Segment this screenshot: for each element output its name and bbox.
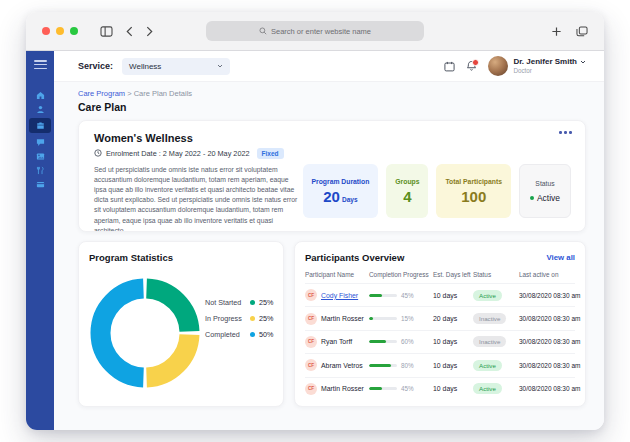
stat-value: 20Days bbox=[323, 188, 357, 205]
stat-tile-groups: Groups 4 bbox=[386, 164, 428, 218]
legend-label: Not Started bbox=[205, 298, 248, 307]
participant-avatar: CF bbox=[305, 359, 317, 371]
stat-value: 100 bbox=[461, 188, 486, 205]
table-body: CF Cody Fisher 45% 10 days Active 30/08/… bbox=[305, 283, 575, 400]
user-menu[interactable]: Dr. Jenifer Smith Doctor bbox=[488, 56, 586, 76]
table-row[interactable]: CF Abram Vetros 80% 10 days Active 30/08… bbox=[305, 353, 575, 376]
browser-window: Search or enter website name Service: We… bbox=[26, 12, 604, 430]
close-window-button[interactable] bbox=[42, 27, 50, 35]
status-badge: Active bbox=[473, 290, 502, 301]
user-role: Doctor bbox=[513, 67, 586, 75]
notifications-bell-icon[interactable] bbox=[466, 60, 477, 72]
breadcrumb-current: Care Plan Details bbox=[134, 89, 192, 98]
main-area: Service: Wellness bbox=[54, 51, 604, 430]
legend-dot bbox=[250, 332, 255, 337]
program-title: Women's Wellness bbox=[94, 132, 303, 144]
service-label: Service: bbox=[78, 61, 113, 71]
participant-avatar: CF bbox=[305, 383, 317, 395]
more-options-icon[interactable] bbox=[559, 131, 572, 134]
traffic-lights bbox=[42, 27, 84, 35]
legend-label: Completed bbox=[205, 330, 248, 339]
new-tab-button[interactable] bbox=[551, 26, 562, 37]
participants-overview-card: Participants Overview View all Participa… bbox=[294, 241, 586, 407]
donut-segment-in-progress bbox=[147, 335, 190, 378]
table-row[interactable]: CF Ryan Torff 60% 10 days Inactive 30/08… bbox=[305, 330, 575, 353]
chevron-down-icon bbox=[217, 64, 223, 68]
last-active: 30/08/2020 08:30 am bbox=[519, 315, 580, 322]
progress-percent: 15% bbox=[401, 315, 414, 322]
stat-label: Groups bbox=[395, 178, 419, 185]
sidebar-item-home[interactable] bbox=[29, 90, 51, 101]
donut-legend: Not Started 25% In Progress 25% Complete… bbox=[205, 298, 273, 339]
participant-name: Martin Rosser bbox=[321, 315, 364, 322]
sidebar-item-gallery[interactable] bbox=[29, 151, 51, 162]
program-description: Sed ut perspiciatis unde omnis iste natu… bbox=[94, 165, 303, 232]
legend-value: 25% bbox=[259, 298, 273, 307]
user-icon bbox=[36, 105, 45, 114]
forward-button[interactable] bbox=[146, 26, 153, 37]
last-active: 30/08/2020 08:30 am bbox=[519, 362, 580, 369]
table-header-row: Participant Name Completion Progress Est… bbox=[305, 268, 575, 283]
minimize-window-button[interactable] bbox=[56, 27, 64, 35]
breadcrumb-care-program[interactable]: Care Program bbox=[78, 89, 125, 98]
sidebar-item-user[interactable] bbox=[29, 104, 51, 115]
progress-bar bbox=[369, 387, 397, 390]
sidebar-item-briefcase[interactable] bbox=[29, 118, 51, 133]
legend-item: Completed 50% bbox=[205, 330, 273, 339]
progress-percent: 80% bbox=[401, 362, 414, 369]
back-button[interactable] bbox=[126, 26, 133, 37]
program-stat-tiles: Program Duration 20Days Groups 4 Total P… bbox=[303, 132, 571, 221]
stat-tile-total-participants: Total Participants 100 bbox=[436, 164, 511, 218]
chevron-down-icon bbox=[580, 60, 586, 64]
legend-item: Not Started 25% bbox=[205, 298, 273, 307]
participant-name[interactable]: Cody Fisher bbox=[321, 292, 358, 299]
participants-table: Participant Name Completion Progress Est… bbox=[305, 268, 575, 400]
program-statistics-title: Program Statistics bbox=[89, 252, 275, 263]
stat-label: Program Duration bbox=[312, 178, 370, 185]
col-status: Status bbox=[473, 271, 519, 278]
table-row[interactable]: CF Martin Rosser 15% 20 days Inactive 30… bbox=[305, 306, 575, 329]
col-est-days-left: Est. Days left bbox=[433, 271, 473, 278]
legend-dot bbox=[250, 300, 255, 305]
progress-bar bbox=[369, 317, 397, 320]
legend-value: 25% bbox=[259, 314, 273, 323]
sidebar-item-chat[interactable] bbox=[29, 137, 51, 148]
progress-percent: 45% bbox=[401, 385, 414, 392]
sidebar-item-restaurant[interactable] bbox=[29, 165, 51, 176]
status-badge: Inactive bbox=[473, 313, 506, 324]
maximize-window-button[interactable] bbox=[70, 27, 78, 35]
user-name: Dr. Jenifer Smith bbox=[513, 57, 577, 67]
stat-tile-program-duration: Program Duration 20Days bbox=[303, 164, 379, 218]
status-badge: Active bbox=[473, 360, 502, 371]
browser-sidebar-toggle-icon[interactable] bbox=[100, 26, 113, 37]
address-bar-placeholder: Search or enter website name bbox=[271, 27, 371, 36]
days-left: 10 days bbox=[433, 362, 473, 369]
table-row[interactable]: CF Cody Fisher 45% 10 days Active 30/08/… bbox=[305, 283, 575, 306]
clock-icon bbox=[94, 149, 102, 157]
enrolment-date: Enrolment Date : 2 May 2022 - 20 May 202… bbox=[106, 149, 250, 158]
service-dropdown-value: Wellness bbox=[129, 62, 161, 71]
tab-overview-icon[interactable] bbox=[576, 26, 588, 37]
gallery-icon bbox=[36, 152, 45, 161]
table-row[interactable]: CF Martin Rosser 45% 10 days Active 30/0… bbox=[305, 377, 575, 400]
progress-bar bbox=[369, 364, 397, 367]
view-all-link[interactable]: View all bbox=[547, 253, 575, 262]
days-left: 20 days bbox=[433, 315, 473, 322]
participants-overview-title: Participants Overview bbox=[305, 252, 404, 263]
col-last-active-on: Last active on bbox=[519, 271, 575, 278]
days-left: 10 days bbox=[433, 385, 473, 392]
app-sidebar bbox=[26, 51, 54, 430]
app-topbar: Service: Wellness bbox=[54, 51, 604, 82]
donut-segment-completed bbox=[100, 289, 143, 378]
credit-card-icon bbox=[36, 180, 45, 189]
stat-label: Total Participants bbox=[445, 178, 502, 185]
days-left: 10 days bbox=[433, 292, 473, 299]
calendar-icon[interactable] bbox=[444, 61, 455, 72]
status-badge: Active bbox=[473, 383, 502, 394]
menu-hamburger-icon[interactable] bbox=[34, 60, 47, 69]
service-dropdown[interactable]: Wellness bbox=[122, 58, 230, 75]
progress-bar bbox=[369, 294, 397, 297]
sidebar-item-credit-card[interactable] bbox=[29, 179, 51, 190]
address-bar[interactable]: Search or enter website name bbox=[206, 21, 424, 41]
restaurant-icon bbox=[36, 166, 45, 175]
